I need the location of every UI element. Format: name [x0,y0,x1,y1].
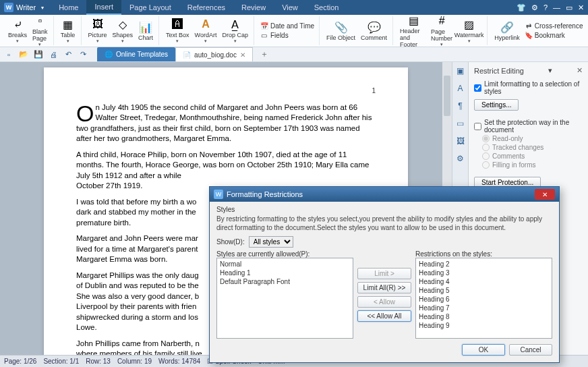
allowed-styles-list[interactable]: Normal Heading 1 Default Paragraph Font [216,258,353,339]
list-item[interactable]: Heading 2 [419,260,549,269]
new-icon[interactable]: ▫ [3,49,15,61]
limit-formatting-checkbox[interactable]: Limit formatting to a selection of style… [474,80,583,95]
save-icon[interactable]: 💾 [32,49,45,61]
list-item[interactable]: Heading 7 [419,304,549,312]
watermark-label: Watermark [454,32,484,38]
quick-access-bar: ▫ 📂 💾 🖨 ↶ ↷ 🌐Online Templates 📄auto_biog… [0,47,588,62]
list-item[interactable]: Heading 5 [419,286,549,295]
bookmark-button[interactable]: 🔖Bookmark [523,31,585,40]
datetime-label: Date and Time [270,22,314,30]
wordart-icon: A [199,18,212,31]
list-item[interactable]: Heading 1 [220,269,350,277]
status-section[interactable]: Section: 1/1 [43,358,79,365]
user-icon[interactable]: 👕 [517,3,526,12]
settings-icon[interactable]: ⚙ [454,152,467,165]
panel-dropdown-icon[interactable]: ▾ [548,66,552,75]
list-item[interactable]: Normal [220,260,350,269]
skin-icon[interactable]: ⚙ [531,3,538,12]
minimize-icon[interactable]: — [553,3,560,11]
tracked-label: Tracked changes [492,144,543,151]
list-item[interactable]: Heading 8 [419,312,549,321]
app-menu-dropdown[interactable]: ▾ [41,5,44,11]
fields-label: Fields [270,32,289,39]
open-icon[interactable]: 📂 [18,49,30,61]
blank-page-icon: ▫ [33,14,47,28]
status-page[interactable]: Page: 1/26 [4,358,36,365]
cancel-button[interactable]: Cancel [509,344,552,356]
templates-tab[interactable]: 🌐Online Templates [97,47,175,61]
tab-close-icon[interactable]: ✕ [240,51,245,59]
picture-button[interactable]: 🖼Picture▾ [86,16,110,45]
tab-insert[interactable]: Insert [86,0,121,15]
comments-radio[interactable]: Comments [482,152,583,160]
breaks-button[interactable]: ⤶Breaks▾ [5,16,30,45]
wordart-button[interactable]: AWordArt▾ [192,16,220,45]
list-item[interactable]: Heading 6 [419,295,549,304]
readonly-radio[interactable]: Read-only [482,135,583,142]
nav-icon[interactable]: ▣ [454,65,467,77]
limit-button[interactable]: Limit > [357,268,411,279]
tracked-radio[interactable]: Tracked changes [482,144,583,151]
textbox-button[interactable]: 🅰Text Box▾ [163,16,192,45]
print-icon[interactable]: 🖨 [47,49,59,61]
redo-icon[interactable]: ↷ [77,49,89,61]
para-icon[interactable]: ¶ [454,100,467,112]
undo-icon[interactable]: ↶ [62,49,74,61]
chart-button[interactable]: 📊Chart [136,19,156,43]
dropcap-button[interactable]: A̲Drop Cap▾ [219,16,251,45]
list-item[interactable]: Heading 4 [419,277,549,286]
dialog-titlebar[interactable]: W Formatting Restrictions ✕ [210,187,559,202]
list-item[interactable]: Heading 3 [419,269,549,277]
status-row: Row: 13 [86,358,111,365]
tab-home[interactable]: Home [51,0,86,15]
document-tab[interactable]: 📄auto_biog.doc✕ [175,47,253,61]
headerfooter-button[interactable]: ▤Header and Footer [397,12,430,49]
protection-checkbox[interactable]: Set the protection way in the document [474,119,583,134]
limit-label: Limit formatting to a selection of style… [484,80,583,95]
settings-button[interactable]: Settings... [474,99,519,111]
panel-close-icon[interactable]: ✕ [577,66,583,75]
table-button[interactable]: ▦Table▾ [58,16,78,45]
fileobject-button[interactable]: 📎File Object [324,19,358,43]
show-select[interactable]: All styles [249,236,293,248]
list-item[interactable]: Default Paragraph Font [220,277,350,286]
close-icon[interactable]: ✕ [578,3,584,12]
crossref-button[interactable]: ⇄Cross-reference [523,22,585,30]
comment-label: Comment [361,34,387,41]
comment-button[interactable]: 💬Comment [358,19,390,43]
tab-review[interactable]: Review [233,0,274,15]
status-words[interactable]: Words: 14784 [158,358,200,365]
tab-section[interactable]: Section [306,0,347,15]
dialog-close-icon[interactable]: ✕ [535,189,555,200]
new-tab-button[interactable]: ＋ [253,47,276,61]
hyperlink-button[interactable]: 🔗Hyperlink [492,19,523,43]
allow-all-button[interactable]: << Allow All [357,310,411,322]
limit-all-button[interactable]: Limit All(R) >> [357,282,411,293]
doc-icon: 📄 [183,51,191,59]
maximize-icon[interactable]: ▭ [566,3,572,12]
image-icon[interactable]: 🖼 [454,135,467,147]
pagenumber-button[interactable]: #Page Number▾ [430,13,453,49]
dialog-description: By restricting formatting to the styles … [216,215,552,232]
restricted-styles-list[interactable]: Heading 2 Heading 3 Heading 4 Heading 5 … [415,258,552,339]
shapes-button[interactable]: ◇Shapes▾ [110,16,136,45]
datetime-button[interactable]: 📅Date and Time [258,22,316,30]
select-icon[interactable]: ▭ [454,117,467,130]
filling-radio[interactable]: Filling in forms [482,161,583,169]
tab-view[interactable]: View [274,0,306,15]
scrollbar-thumb[interactable] [444,76,450,116]
readonly-label: Read-only [492,135,523,142]
fields-button[interactable]: ▭Fields [258,31,316,40]
ok-button[interactable]: OK [462,344,505,356]
blank-page-button[interactable]: ▫Blank Page▾ [30,13,51,49]
tab-page-layout[interactable]: Page Layout [121,0,179,15]
dialog-icon: W [214,190,223,199]
font-icon[interactable]: A [454,82,467,94]
tab-references[interactable]: References [179,0,233,15]
help-icon[interactable]: ? [543,3,548,11]
allow-button[interactable]: < Allow [357,296,411,308]
list-item[interactable]: Heading 9 [419,321,549,330]
show-label: Show(D): [216,238,245,246]
panel-title: Restrict Editing [474,67,524,75]
watermark-button[interactable]: ▨Watermark▾ [454,16,484,45]
